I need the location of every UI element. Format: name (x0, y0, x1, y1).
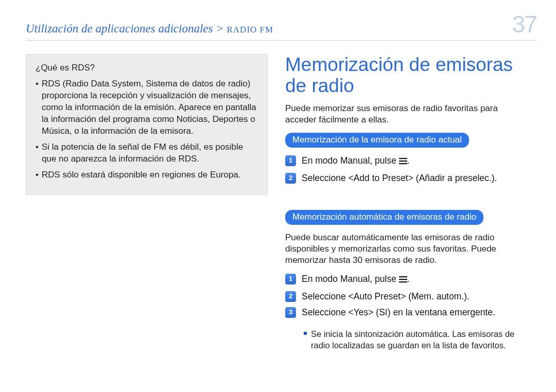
menu-icon (399, 274, 407, 286)
step-text: Seleccione <Auto Preset> (Mem. autom.). (302, 291, 470, 302)
step-number-badge: 1 (285, 274, 296, 284)
page-title: Memorización de emisoras de radio (285, 54, 531, 97)
step-number-badge: 2 (285, 291, 296, 302)
menu-icon (399, 156, 407, 168)
note-item: Se inicia la sintonización automática. L… (285, 329, 531, 351)
pill-auto-preset: Memorización automática de emisoras de r… (285, 210, 483, 225)
page: Utilización de aplicaciones adicionales … (0, 0, 556, 392)
header-row: Utilización de aplicaciones adicionales … (26, 10, 536, 41)
breadcrumb-main: Utilización de aplicaciones adicionales (26, 22, 213, 35)
note-list: Se inicia la sintonización automática. L… (285, 329, 531, 351)
section2-desc: Puede buscar automáticamente las emisora… (285, 232, 531, 266)
step-item: 2 Seleccione <Auto Preset> (Mem. autom.)… (285, 291, 531, 302)
step-item: 2 Seleccione <Add to Preset> (Añadir a p… (285, 172, 531, 184)
svg-rect-0 (399, 158, 407, 159)
info-box-title: ¿Qué es RDS? (36, 63, 258, 73)
svg-rect-2 (399, 163, 407, 164)
svg-rect-5 (399, 281, 407, 282)
svg-rect-3 (399, 276, 407, 277)
square-bullet-icon (304, 332, 307, 335)
step-text: Seleccione <Add to Preset> (Añadir a pre… (302, 172, 497, 184)
step-number-badge: 2 (285, 173, 296, 184)
breadcrumb: Utilización de aplicaciones adicionales … (26, 22, 273, 35)
breadcrumb-sub: RADIO FM (227, 25, 274, 34)
columns: ¿Qué es RDS? RDS (Radio Data System, Sis… (26, 54, 536, 351)
step-number-badge: 3 (285, 307, 296, 318)
intro-text: Puede memorizar sus emisoras de radio fa… (285, 103, 531, 126)
svg-rect-1 (399, 161, 407, 162)
svg-rect-4 (399, 279, 407, 280)
steps-section2: 1 En modo Manual, pulse . 2 Seleccione <… (285, 273, 531, 318)
right-column: Memorización de emisoras de radio Puede … (285, 54, 531, 351)
info-box-item: RDS (Radio Data System, Sistema de datos… (36, 78, 258, 137)
info-box-item: Si la potencia de la señal de FM es débi… (36, 141, 258, 165)
info-box-rds: ¿Qué es RDS? RDS (Radio Data System, Sis… (26, 54, 268, 195)
step-text: Seleccione <Yes> (Sí) en la ventana emer… (302, 307, 495, 318)
info-box-list: RDS (Radio Data System, Sistema de datos… (36, 78, 258, 181)
spacer (285, 194, 531, 210)
step-item: 3 Seleccione <Yes> (Sí) en la ventana em… (285, 307, 531, 318)
step-item: 1 En modo Manual, pulse . (285, 155, 531, 168)
step-item: 1 En modo Manual, pulse . (285, 273, 531, 286)
steps-section1: 1 En modo Manual, pulse . 2 Seleccione <… (285, 155, 531, 184)
info-box-item: RDS sólo estará disponible en regiones d… (36, 169, 258, 181)
step-number-badge: 1 (285, 155, 296, 166)
left-column: ¿Qué es RDS? RDS (Radio Data System, Sis… (26, 54, 268, 351)
pill-current-station: Memorización de la emisora de radio actu… (285, 133, 469, 148)
step-text: En modo Manual, pulse . (302, 155, 410, 168)
page-number: 37 (512, 10, 536, 38)
step-text: En modo Manual, pulse . (302, 273, 410, 286)
breadcrumb-sep: > (216, 22, 227, 35)
